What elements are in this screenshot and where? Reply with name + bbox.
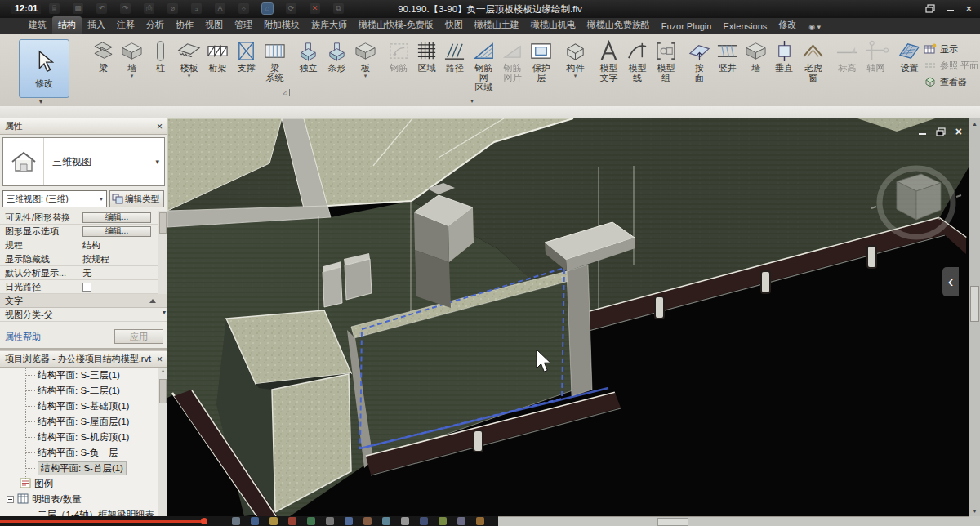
taskbar-icon[interactable] bbox=[251, 517, 259, 525]
hidden-lines-value[interactable]: 按规程 bbox=[78, 252, 167, 265]
tree-item-legends[interactable]: 图例 bbox=[0, 476, 167, 492]
structure-dialog-launcher-icon[interactable]: ◿ bbox=[283, 89, 290, 96]
slab-foundation-button[interactable]: 板▾ bbox=[351, 38, 380, 78]
tree-item-schedules[interactable]: 明细表/数量 bbox=[0, 492, 167, 507]
tree-item-plan[interactable]: 结构平面: S-机房顶(1) bbox=[0, 430, 167, 445]
tree-item-plan-selected[interactable]: 结构平面: S-首层(1) bbox=[0, 461, 167, 476]
close-project-browser-icon[interactable]: × bbox=[157, 354, 163, 365]
video-progress-handle[interactable] bbox=[201, 518, 207, 524]
tree-item-plan[interactable]: 结构平面: S-屋面层(1) bbox=[0, 414, 167, 430]
select-panel-expander-icon[interactable]: ▾ bbox=[39, 98, 42, 105]
browser-scrollbar[interactable]: ▴ bbox=[158, 368, 167, 516]
discipline-value[interactable]: 结构 bbox=[78, 238, 167, 252]
3d-model-canvas[interactable] bbox=[167, 118, 969, 516]
section-header-text[interactable]: 文字 bbox=[0, 294, 167, 308]
taskbar-icon[interactable] bbox=[326, 517, 334, 525]
column-button[interactable]: 柱 bbox=[146, 38, 175, 73]
tab-manage[interactable]: 管理 bbox=[229, 16, 258, 34]
grid-button[interactable]: 轴网 bbox=[862, 38, 890, 73]
taskbar-icon[interactable] bbox=[439, 517, 447, 525]
vertical-scrollbar[interactable]: ▴ ▾ bbox=[969, 118, 980, 516]
taskbar-icon[interactable] bbox=[401, 517, 409, 525]
properties-scroll-down-icon[interactable]: ▾ bbox=[163, 309, 166, 316]
modify-button[interactable]: 修改 bbox=[19, 39, 69, 98]
horizontal-scrollbar[interactable] bbox=[498, 516, 969, 526]
properties-help-link[interactable]: 属性帮助 bbox=[0, 331, 41, 343]
tree-item-plan[interactable]: 结构平面: S-基础顶(1) bbox=[0, 399, 167, 414]
video-progress-bar[interactable] bbox=[0, 520, 204, 523]
type-dropdown-arrow-icon[interactable]: ▾ bbox=[155, 158, 164, 166]
dropdown-arrow-icon[interactable]: ▾ bbox=[364, 73, 368, 78]
dropdown-arrow-icon[interactable]: ▾ bbox=[131, 73, 134, 78]
ref-plane-button[interactable]: 参照 平面 bbox=[924, 59, 978, 72]
level-button[interactable]: 标高 bbox=[833, 38, 862, 73]
tab-architecture[interactable]: 建筑 bbox=[23, 16, 52, 34]
floor-button[interactable]: 楼板▾ bbox=[175, 38, 203, 78]
analysis-display-value[interactable]: 无 bbox=[78, 266, 167, 279]
tab-annotate[interactable]: 注释 bbox=[111, 16, 140, 34]
tree-item-plan[interactable]: 结构平面: S-三层(1) bbox=[0, 368, 167, 383]
wall-opening-button[interactable]: 墙 bbox=[742, 38, 770, 73]
beam-system-button[interactable]: 梁 系统 bbox=[261, 38, 289, 82]
tab-family-master[interactable]: 族库大师 bbox=[305, 16, 353, 34]
rebar-button[interactable]: 钢筋 bbox=[385, 38, 412, 73]
taskbar-icon[interactable] bbox=[457, 517, 466, 525]
taskbar-icon[interactable] bbox=[232, 517, 240, 525]
shaft-opening-button[interactable]: 竖井 bbox=[714, 38, 742, 73]
tab-gls-structure[interactable]: 橄榄山土建 bbox=[469, 16, 525, 34]
dormer-opening-button[interactable]: 老虎窗 bbox=[798, 38, 828, 82]
minimize-view-icon[interactable] bbox=[919, 129, 926, 135]
sun-path-checkbox[interactable] bbox=[82, 283, 91, 292]
properties-scrollbar[interactable] bbox=[158, 211, 167, 294]
model-group-button[interactable]: 模型 组 bbox=[652, 38, 680, 82]
scrollbar-thumb[interactable] bbox=[159, 379, 167, 403]
drawing-area[interactable]: × ‹ bbox=[167, 118, 969, 516]
dropdown-arrow-icon[interactable]: ▾ bbox=[188, 73, 191, 78]
tab-gls-mep[interactable]: 橄榄山机电 bbox=[525, 16, 581, 34]
project-browser-header[interactable]: 项目浏览器 - 办公楼项目结构模型.rvt × bbox=[0, 351, 167, 368]
edit-visibility-button[interactable]: 编辑... bbox=[82, 212, 151, 223]
edit-type-button[interactable]: 编辑类型 bbox=[109, 190, 164, 207]
ribbon-display-toggle-icon[interactable]: ◉ ▾ bbox=[808, 23, 821, 34]
viewer-button[interactable]: 查看器 bbox=[924, 75, 978, 88]
properties-header[interactable]: 属性 × bbox=[0, 118, 167, 135]
tab-gls-family[interactable]: 橄榄山免费族酷 bbox=[581, 16, 656, 34]
wall-button[interactable]: 墙▾ bbox=[118, 38, 146, 78]
truss-button[interactable]: 桁架 bbox=[203, 38, 232, 73]
taskbar-icon[interactable] bbox=[288, 517, 296, 525]
taskbar-icon[interactable] bbox=[382, 517, 390, 525]
view-classification-value[interactable] bbox=[78, 308, 167, 321]
tab-modify[interactable]: 修改 bbox=[773, 16, 802, 34]
restore-window-icon[interactable] bbox=[925, 4, 935, 13]
isolated-foundation-button[interactable]: 独立 bbox=[294, 38, 323, 73]
close-view-icon[interactable]: × bbox=[956, 126, 962, 137]
collapse-expander-icon[interactable] bbox=[7, 496, 14, 503]
instance-selector[interactable]: 三维视图: (三维) ▾ bbox=[2, 190, 107, 207]
strip-foundation-button[interactable]: 条形 bbox=[323, 38, 351, 73]
tree-item-plan[interactable]: 结构平面: S-负一层 bbox=[0, 445, 167, 461]
model-line-button[interactable]: 模型 线 bbox=[623, 38, 652, 82]
fabric-sheet-button[interactable]: 钢筋 网片 bbox=[498, 38, 526, 82]
taskbar-icon[interactable] bbox=[420, 517, 428, 525]
taskbar-icon[interactable] bbox=[476, 517, 484, 525]
tab-analyze[interactable]: 分析 bbox=[140, 16, 170, 34]
tab-insert[interactable]: 插入 bbox=[82, 16, 111, 34]
tab-view[interactable]: 视图 bbox=[199, 16, 229, 34]
vertical-opening-button[interactable]: 垂直 bbox=[770, 38, 799, 73]
collapse-chevron-icon[interactable]: ‹ bbox=[942, 267, 959, 296]
taskbar-icon[interactable] bbox=[363, 517, 372, 525]
tree-item-schedule-child[interactable]: 二层（1-4轴）框架梁明细表 bbox=[0, 507, 167, 516]
close-window-icon[interactable]: × bbox=[965, 3, 972, 14]
tab-structure[interactable]: 结构 bbox=[52, 16, 82, 34]
show-work-plane-button[interactable]: 显示 bbox=[924, 42, 978, 56]
area-rebar-button[interactable]: 区域 bbox=[412, 38, 440, 73]
cover-button[interactable]: 保护层 bbox=[527, 38, 556, 82]
brace-button[interactable]: 支撑 bbox=[232, 38, 261, 73]
edit-graphics-button[interactable]: 编辑... bbox=[82, 226, 151, 237]
model-text-button[interactable]: 模型 文字 bbox=[595, 38, 623, 82]
scrollbar-thumb[interactable] bbox=[159, 212, 167, 234]
type-selector[interactable]: 三维视图 ▾ bbox=[2, 137, 165, 186]
tab-collaborate[interactable]: 协作 bbox=[170, 16, 199, 34]
collapse-section-icon[interactable] bbox=[149, 299, 156, 303]
beam-button[interactable]: 梁 bbox=[89, 38, 118, 73]
